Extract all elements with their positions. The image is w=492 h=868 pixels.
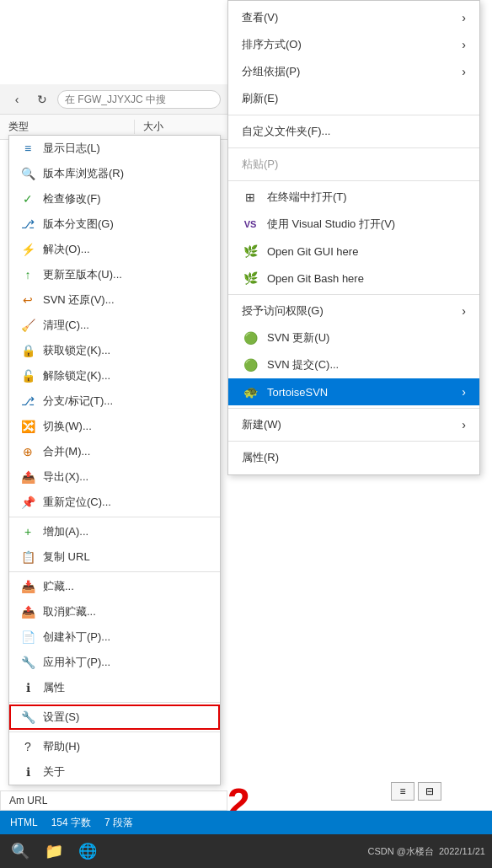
branch-graph-icon: ⎇ [19,216,36,233]
menu-item-apply-patch[interactable]: 🔧 应用补丁(P)... [9,650,220,675]
search-input[interactable] [57,90,221,109]
right-menu-tortoise-svn[interactable]: 🐢 TortoiseSVN [228,378,479,405]
svn-commit-icon: 🟢 [242,356,259,373]
menu-item-check-modify[interactable]: ✓ 检查修改(F) [9,186,220,212]
menu-item-about[interactable]: ℹ 关于 [9,759,220,785]
taskbar-folder-icon[interactable]: 📁 [40,838,67,865]
separator-2 [9,571,220,572]
left-context-menu: ≡ 显示日志(L) 🔍 版本库浏览器(R) ✓ 检查修改(F) ⎇ 版本分支图(… [8,135,221,785]
paragraph-count: 7 段落 [104,816,133,830]
menu-item-copy-url[interactable]: 📋 复制 URL [9,544,220,570]
taskbar-browser-icon[interactable]: 🌐 [74,838,101,865]
menu-item-create-patch[interactable]: 📄 创建补丁(P)... [9,624,220,650]
refresh-button[interactable]: ↻ [32,89,52,110]
right-menu-r-properties[interactable]: 属性(R) [228,444,479,471]
menu-item-release-lock[interactable]: 🔓 解除锁定(K)... [9,363,220,388]
menu-item-properties[interactable]: ℹ 属性 [9,675,220,700]
menu-item-switch[interactable]: 🔀 切换(W)... [9,414,220,439]
right-menu-customize-folder[interactable]: 自定义文件夹(F)... [228,118,479,145]
back-button[interactable]: ‹ [7,89,27,110]
svn-revert-icon: ↩ [19,292,36,308]
menu-item-export[interactable]: 📤 导出(X)... [9,464,220,490]
menu-item-reposition[interactable]: 📌 重新定位(C)... [9,490,220,515]
menu-item-branch-tag[interactable]: ⎇ 分支/标记(T)... [9,388,220,414]
help-icon: ? [19,738,36,755]
resolve-icon: ⚡ [19,241,36,258]
right-sep-2 [228,147,479,148]
check-modify-icon: ✓ [19,190,36,207]
update-rev-icon: ↑ [19,266,36,283]
git-bash-icon: 🌿 [242,270,259,287]
right-menu-view[interactable]: 查看(V) [228,4,479,31]
separator-1 [9,517,220,517]
menu-item-stash[interactable]: 📥 贮藏... [9,574,220,599]
menu-item-add[interactable]: + 增加(A)... [9,519,220,544]
branch-tag-icon: ⎇ [19,393,36,410]
right-menu-git-bash[interactable]: 🌿 Open Git Bash here [228,265,479,292]
right-menu-visual-studio[interactable]: VS 使用 Visual Studio 打开(V) [228,211,479,238]
menu-item-update-rev[interactable]: ↑ 更新至版本(U)... [9,262,220,287]
list-view-button[interactable]: ≡ [391,782,414,801]
right-menu-svn-commit[interactable]: 🟢 SVN 提交(C)... [228,351,479,378]
menu-item-resolve[interactable]: ⚡ 解决(O)... [9,237,220,262]
taskbar-right-area: CSDN @水楼台 2022/11/21 [368,845,485,858]
taskbar-time: 2022/11/21 [439,846,485,856]
stash-icon: 📥 [19,578,36,595]
export-icon: 📤 [19,469,36,485]
taskbar-sys-tray: CSDN @水楼台 [368,845,434,858]
settings-icon: 🔧 [19,709,36,726]
right-menu-svn-update[interactable]: 🟢 SVN 更新(U) [228,324,479,351]
git-gui-icon: 🌿 [242,243,259,260]
menu-item-repo-browser[interactable]: 🔍 版本库浏览器(R) [9,161,220,186]
menu-item-settings[interactable]: 🔧 设置(S) [9,705,220,730]
right-sep-5 [228,408,479,409]
repo-browser-icon: 🔍 [19,165,36,182]
clean-icon: 🧹 [19,317,36,334]
right-context-menu: 查看(V) 排序方式(O) 分组依据(P) 刷新(E) 自定义文件夹(F)...… [227,0,480,475]
unstash-icon: 📤 [19,603,36,620]
copy-url-icon: 📋 [19,549,36,565]
detail-view-button[interactable]: ⊟ [418,782,441,801]
taskbar: 🔍 📁 🌐 CSDN @水楼台 2022/11/21 [0,834,492,868]
right-menu-refresh[interactable]: 刷新(E) [228,85,479,112]
add-icon: + [19,523,36,540]
menu-item-help[interactable]: ? 帮助(H) [9,734,220,759]
reposition-icon: 📌 [19,494,36,511]
merge-icon: ⊕ [19,443,36,460]
html-status-bar: HTML 154 字数 7 段落 [0,811,492,834]
url-text: Am URL [0,790,227,811]
menu-item-branch-graph[interactable]: ⎇ 版本分支图(G) [9,212,220,237]
right-menu-grant-access[interactable]: 授予访问权限(G) [228,297,479,324]
release-lock-icon: 🔓 [19,367,36,384]
menu-item-unstash[interactable]: 📤 取消贮藏... [9,599,220,624]
tortoise-svn-icon: 🐢 [242,383,259,400]
apply-patch-icon: 🔧 [19,654,36,671]
about-icon: ℹ [19,764,36,780]
right-menu-git-gui[interactable]: 🌿 Open Git GUI here [228,238,479,265]
menu-item-merge[interactable]: ⊕ 合并(M)... [9,439,220,464]
right-menu-group[interactable]: 分组依据(P) [228,58,479,85]
separator-4 [9,731,220,732]
svn-update-icon: 🟢 [242,330,259,346]
html-label: HTML [10,817,38,828]
right-sep-4 [228,294,479,295]
right-menu-sort[interactable]: 排序方式(O) [228,31,479,58]
menu-item-svn-revert[interactable]: ↩ SVN 还原(V)... [9,287,220,313]
menu-item-clean[interactable]: 🧹 清理(C)... [9,313,220,338]
explorer-toolbar: ‹ ↻ [0,84,227,115]
terminal-icon: ⊞ [242,189,259,206]
get-lock-icon: 🔒 [19,342,36,359]
switch-icon: 🔀 [19,418,36,435]
right-menu-terminal[interactable]: ⊞ 在终端中打开(T) [228,184,479,211]
properties-icon: ℹ [19,679,36,696]
column-size: 大小 [135,120,163,134]
right-menu-paste[interactable]: 粘贴(P) [228,151,479,178]
right-sep-1 [228,115,479,115]
right-menu-new[interactable]: 新建(W) [228,411,479,438]
visual-studio-icon: VS [242,216,259,233]
column-type: 类型 [0,120,135,134]
taskbar-search-icon[interactable]: 🔍 [7,838,34,865]
separator-3 [9,702,220,703]
menu-item-show-log[interactable]: ≡ 显示日志(L) [9,136,220,161]
menu-item-get-lock[interactable]: 🔒 获取锁定(K)... [9,338,220,363]
